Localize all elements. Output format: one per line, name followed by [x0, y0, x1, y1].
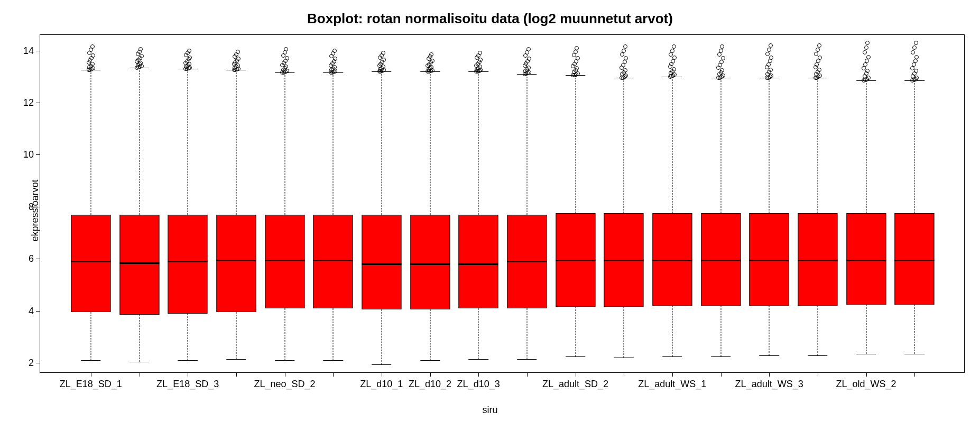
whisker-lower [817, 306, 818, 355]
whisker-upper [672, 77, 672, 213]
median-line [701, 260, 741, 261]
outlier-point [769, 56, 773, 60]
y-tick [36, 311, 40, 312]
x-tick-label: ZL_adult_SD_2 [542, 379, 608, 390]
outlier-point [188, 56, 192, 60]
outlier-point [765, 52, 770, 56]
y-tick [36, 154, 40, 155]
outlier-point [332, 49, 337, 53]
whisker-cap-lower [178, 360, 198, 361]
x-tick [188, 372, 188, 377]
outlier-point [769, 43, 773, 48]
outlier-point [332, 65, 337, 69]
outlier-point [575, 46, 579, 50]
outlier-point [236, 50, 240, 54]
whisker-lower [236, 312, 236, 359]
y-tick [36, 51, 40, 51]
y-tick-label: 10 [13, 149, 34, 160]
outlier-point [817, 68, 821, 72]
x-tick-label: ZL_E18_SD_3 [156, 379, 219, 390]
outlier-point [863, 50, 867, 54]
outlier-point [864, 45, 868, 50]
whisker-cap-lower [130, 362, 150, 362]
x-axis-line [91, 372, 914, 373]
outlier-point [912, 62, 916, 67]
whisker-lower [720, 306, 721, 356]
x-tick [236, 372, 237, 377]
whisker-upper [90, 70, 91, 214]
y-tick-label: 12 [13, 97, 34, 108]
whisker-cap-lower [468, 359, 488, 360]
box-rect [410, 215, 450, 310]
whisker-upper [526, 74, 527, 215]
whisker-cap-lower [420, 360, 440, 361]
x-tick-label: ZL_d10_1 [360, 379, 403, 390]
whisker-lower [769, 306, 770, 355]
outlier-point [911, 50, 915, 54]
outlier-point [721, 56, 725, 60]
box-rect [119, 215, 159, 315]
box-rect [459, 215, 498, 308]
whisker-upper [139, 68, 140, 215]
median-line [846, 260, 886, 261]
y-tick-label: 2 [13, 358, 34, 369]
box-rect [168, 215, 208, 314]
whisker-upper [866, 80, 866, 213]
median-line [71, 261, 110, 262]
median-line [265, 260, 304, 261]
outlier-point [527, 57, 531, 61]
whisker-upper [624, 78, 624, 213]
whisker-upper [236, 70, 236, 214]
y-tick-label: 6 [13, 253, 34, 264]
x-tick [914, 372, 915, 377]
x-tick [576, 372, 576, 377]
x-tick [672, 372, 673, 377]
outlier-point [814, 52, 818, 56]
outlier-point [285, 56, 289, 60]
whisker-cap-lower [662, 356, 682, 357]
median-line [119, 262, 159, 264]
outlier-point [91, 53, 95, 58]
whisker-lower [430, 309, 430, 360]
median-line [459, 263, 498, 265]
x-tick-label: ZL_old_WS_2 [836, 379, 896, 390]
whisker-cap-lower [808, 355, 828, 356]
outlier-point [769, 68, 773, 72]
median-line [362, 263, 401, 265]
outlier-point [817, 43, 821, 48]
whisker-upper [284, 72, 285, 214]
outlier-point [90, 44, 95, 49]
whisker-lower [526, 308, 527, 359]
whisker-lower [284, 308, 285, 360]
y-tick [36, 259, 40, 259]
outlier-point [818, 56, 822, 60]
outlier-point [284, 65, 288, 69]
x-tick-label: ZL_d10_2 [409, 379, 451, 390]
median-line [652, 260, 692, 261]
median-line [216, 260, 256, 261]
outlier-point [672, 44, 676, 49]
whisker-lower [672, 306, 672, 356]
x-tick [91, 372, 91, 377]
whisker-upper [381, 71, 382, 215]
outlier-point [769, 74, 773, 78]
x-tick-label: ZL_adult_WS_3 [735, 379, 803, 390]
whisker-cap-lower [323, 360, 343, 361]
x-tick-label: ZL_neo_SD_2 [254, 379, 315, 390]
outlier-point [863, 62, 867, 67]
x-tick [140, 372, 140, 377]
outlier-point [818, 74, 822, 78]
chart-container: Boxplot: rotan normalisoitu data (log2 m… [0, 0, 980, 421]
whisker-upper [817, 78, 818, 213]
outlier-point [720, 44, 724, 49]
box-rect [362, 215, 401, 310]
outlier-point [816, 48, 820, 52]
outlier-point [478, 51, 482, 55]
whisker-cap-lower [711, 356, 731, 357]
outlier-point [381, 51, 385, 55]
whisker-cap-lower [759, 355, 779, 356]
whisker-lower [914, 305, 915, 354]
x-tick [721, 372, 722, 377]
outlier-point [672, 56, 677, 60]
whisker-upper [333, 72, 334, 214]
